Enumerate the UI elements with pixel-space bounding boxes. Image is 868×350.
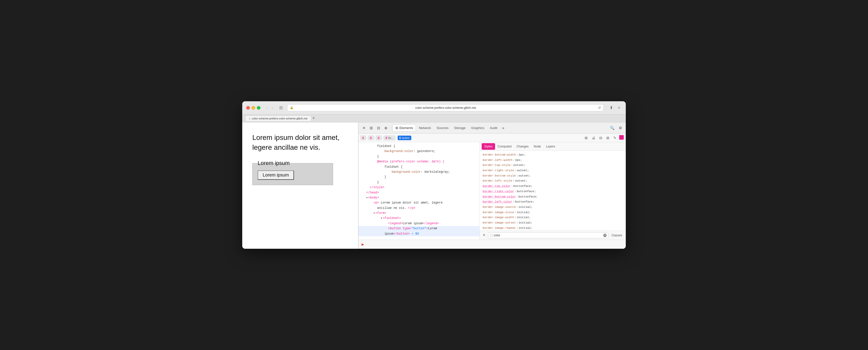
- breadcrumb-item-4[interactable]: E fie...: [384, 136, 395, 140]
- device-mode-button[interactable]: ⊟: [375, 124, 382, 132]
- classes-button[interactable]: Classes: [610, 233, 624, 238]
- html-line: <legend>Lorem ipsum</legend>: [359, 221, 479, 226]
- style-prop: border-bottom-width: 2px;: [482, 152, 624, 157]
- grid-icon-button[interactable]: ⊟: [598, 135, 603, 141]
- tab-node[interactable]: Node: [531, 143, 544, 150]
- html-panel[interactable]: fieldset { background-color: gainsboro; …: [359, 142, 480, 240]
- tab-styles[interactable]: Styles: [482, 143, 495, 150]
- breadcrumb-item-2[interactable]: E: [368, 136, 374, 140]
- style-prop-border-top-color: border-top-color: buttonface;: [482, 183, 624, 189]
- devtools-toolbar: ✕ ⊞ ⊟ ⊕ ⊞ Elements Network Sources Stora…: [359, 122, 626, 134]
- tab-elements[interactable]: ⊞ Elements: [393, 124, 416, 132]
- add-style-button[interactable]: +: [482, 233, 487, 238]
- new-tab-button[interactable]: +: [312, 116, 315, 121]
- devtools-settings-button[interactable]: ⚙: [617, 124, 624, 132]
- styles-filter-bar: + ◯ ✕ Classes: [480, 231, 626, 240]
- browser-tab[interactable]: c color-scheme-prefers-color-scheme.glit…: [245, 116, 311, 121]
- html-line: <p> Lorem ipsum dolor sit amet, legere a…: [359, 200, 479, 211]
- html-line: </head>: [359, 190, 479, 195]
- color-swatch: [619, 135, 624, 140]
- styles-tabs: Styles Computed Changes Node Layers: [480, 142, 626, 151]
- html-line: fieldset {: [359, 144, 479, 149]
- sidebar-button[interactable]: ⊟: [277, 104, 285, 111]
- styles-panel: Styles Computed Changes Node Layers bord…: [480, 142, 626, 240]
- style-prop-border-left-color: border-left-color: buttonface;: [482, 199, 624, 205]
- tab-storage[interactable]: Storage: [452, 124, 468, 131]
- share-button[interactable]: ⬆: [608, 105, 614, 111]
- tab-label: color-scheme-prefers-color-scheme.glitch…: [252, 117, 308, 120]
- devtools-search-button[interactable]: 🔍: [608, 124, 616, 132]
- back-button[interactable]: ‹: [265, 105, 269, 111]
- style-prop: border-right-style: outset;: [482, 168, 624, 173]
- tab-layers[interactable]: Layers: [544, 143, 558, 150]
- close-button[interactable]: [246, 106, 250, 110]
- layout-icon-button[interactable]: ⊞: [583, 135, 589, 141]
- tab-favicon: c: [249, 117, 250, 120]
- html-line: }: [359, 180, 479, 185]
- browser-window: ‹ › ⊟ 🔒 color-scheme-prefers-color-schem…: [242, 101, 626, 249]
- filter-input-wrap: ◯ ✕: [488, 232, 609, 238]
- minimize-button[interactable]: [252, 106, 255, 110]
- style-prop: border-image-width: initial;: [482, 215, 624, 220]
- title-bar-actions: ⬆ +: [608, 105, 622, 111]
- breadcrumb-item-1[interactable]: E: [361, 136, 366, 140]
- style-prop: border-left-width: 2px;: [482, 157, 624, 163]
- lock-icon: 🔒: [290, 106, 293, 109]
- styles-content[interactable]: border-bottom-width: 2px; border-left-wi…: [480, 151, 626, 231]
- breadcrumb-right-actions: ⊞ 🖨 ⊟ ⊞ ✎: [583, 135, 624, 141]
- console-input[interactable]: [366, 243, 623, 246]
- html-line: <body>: [359, 195, 479, 200]
- main-area: Lorem ipsum dolor sit amet,legere ancill…: [242, 122, 626, 249]
- style-prop: border-image-slice: initial;: [482, 210, 624, 215]
- devtools-close-button[interactable]: ✕: [361, 124, 367, 132]
- tab-computed[interactable]: Computed: [495, 143, 514, 150]
- style-prop: border-bottom-style: outset;: [482, 173, 624, 178]
- console-bar: ▶: [359, 240, 626, 249]
- style-prop: border-image-repeat: initial;: [482, 226, 624, 231]
- page-button[interactable]: Lorem ipsum: [258, 171, 294, 180]
- html-line: <fieldset>: [359, 216, 479, 221]
- filter-input[interactable]: [494, 234, 602, 237]
- elements-icon: ⊞: [395, 126, 398, 130]
- breadcrumb-arrow-1: ›: [367, 136, 367, 139]
- breadcrumb-arrow-2: ›: [374, 136, 375, 139]
- tab-changes[interactable]: Changes: [514, 143, 531, 150]
- forward-button[interactable]: ›: [270, 105, 275, 111]
- toolbar-separator: [391, 125, 391, 130]
- print-icon-button[interactable]: 🖨: [590, 135, 596, 141]
- tab-network[interactable]: Network: [416, 124, 434, 131]
- address-text: color-scheme-prefers-color-scheme.glitch…: [295, 106, 596, 110]
- maximize-button[interactable]: [257, 106, 260, 110]
- devtools-breadcrumb: E › E › E › E fie... › E button: [359, 134, 626, 142]
- inspect-button[interactable]: ⊕: [382, 124, 389, 132]
- tab-graphics[interactable]: Graphics: [469, 124, 487, 131]
- tab-sources[interactable]: Sources: [434, 124, 451, 131]
- devtools-main: fieldset { background-color: gainsboro; …: [359, 142, 626, 240]
- breadcrumb-item-5[interactable]: E button: [398, 136, 411, 140]
- breadcrumb-item-3[interactable]: E: [376, 136, 381, 140]
- html-line: </style>: [359, 185, 479, 190]
- page-content: Lorem ipsum dolor sit amet,legere ancill…: [242, 122, 358, 249]
- address-bar[interactable]: 🔒 color-scheme-prefers-color-scheme.glit…: [287, 104, 603, 111]
- title-bar: ‹ › ⊟ 🔒 color-scheme-prefers-color-schem…: [242, 101, 626, 114]
- devtools-panel: ✕ ⊞ ⊟ ⊕ ⊞ Elements Network Sources Stora…: [358, 122, 626, 249]
- html-line: @media (prefers-color-scheme: dark) {: [359, 159, 479, 164]
- multiview-icon-button[interactable]: ⊞: [605, 135, 611, 141]
- html-line: }: [359, 154, 479, 159]
- html-line: <form>: [359, 211, 479, 216]
- page-paragraph: Lorem ipsum dolor sit amet,legere ancill…: [252, 133, 348, 152]
- html-line: background-color: gainsboro;: [359, 149, 479, 154]
- new-tab-action[interactable]: +: [616, 105, 622, 111]
- style-prop-border-bottom-color: border-bottom-color: buttonface;: [482, 194, 624, 200]
- style-prop: border-top-style: outset;: [482, 163, 624, 168]
- pencil-icon-button[interactable]: ✎: [612, 135, 618, 141]
- more-tabs-button[interactable]: »: [500, 124, 506, 132]
- fieldset-legend: Lorem ipsum: [257, 160, 291, 167]
- html-line-selected: <button type="button">Lorem ipsum</butto…: [359, 226, 479, 236]
- reload-icon[interactable]: ↺: [598, 106, 601, 110]
- responsive-mode-button[interactable]: ⊞: [368, 124, 375, 132]
- tab-audit[interactable]: Audit: [487, 124, 500, 131]
- html-line: background-color: darkslategray;: [359, 170, 479, 175]
- filter-clear-button[interactable]: ✕: [603, 234, 607, 237]
- tab-bar: c color-scheme-prefers-color-scheme.glit…: [242, 114, 626, 122]
